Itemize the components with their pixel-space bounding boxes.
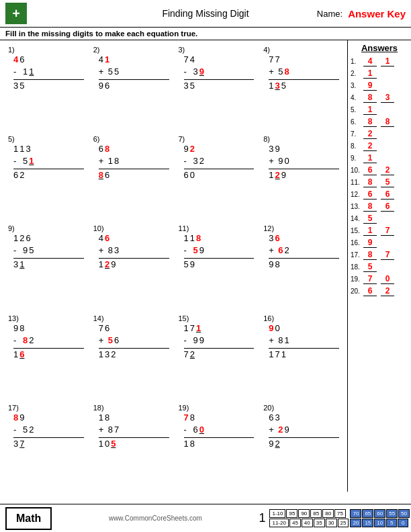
p20-bot-d1: 2: [278, 425, 283, 435]
equation-3: 7 4 - 3 9 3 5: [184, 54, 255, 93]
ans-num-11: 11.: [351, 179, 361, 186]
p5-bot-d2: 1: [29, 156, 34, 166]
score-15: 15: [362, 519, 373, 527]
p3-line: [184, 79, 255, 80]
prob-num-1: 1): [8, 46, 84, 54]
p19-top-d1: 7: [184, 412, 189, 423]
p14-res-d3: 2: [111, 349, 116, 359]
ans-val-19a: 7: [363, 274, 377, 284]
problem-19: 19) 7 8 - 6 0 1 8: [175, 401, 259, 489]
p4-top-d2: 7: [275, 54, 279, 64]
p9-line: [13, 258, 84, 259]
p3-op: -: [184, 66, 192, 77]
p3-top-d2: 4: [190, 54, 195, 64]
p18-bot-d1: 8: [108, 425, 113, 435]
score-65: 65: [362, 509, 373, 518]
p5-bot-d1: 5: [23, 156, 28, 166]
prob-num-6: 6): [93, 135, 169, 143]
answer-row-12: 12. 6 6: [351, 189, 408, 200]
answer-row-15: 15. 1 7: [351, 225, 408, 236]
p1-line: [13, 79, 84, 80]
score-30: 30: [326, 519, 337, 527]
p9-bot-d1: 9: [23, 245, 28, 255]
score-90: 90: [298, 509, 310, 518]
p19-bot-d1: 6: [193, 425, 198, 435]
ans-val-8a: 2: [363, 141, 377, 151]
p12-top-d2: 6: [275, 233, 279, 243]
p8-top-d2: 9: [275, 144, 279, 154]
ans-val-14a: 5: [363, 214, 377, 224]
problem-12: 12) 3 6 + 6 2 9 8: [259, 222, 343, 310]
prob-num-13: 13): [8, 314, 84, 322]
p10-op: +: [99, 245, 107, 255]
score-label-1-10: 1-10: [269, 509, 285, 518]
answer-row-8: 8. 2: [351, 140, 408, 151]
p12-op: +: [269, 245, 277, 255]
equation-10: 4 6 + 8 3 1 2 9: [99, 233, 169, 271]
p8-bot-d2: 0: [284, 156, 289, 166]
score-45: 45: [289, 519, 301, 527]
score-20: 20: [350, 519, 361, 527]
prob-num-12: 12): [263, 224, 339, 232]
p5-top-d1: 1: [13, 144, 18, 154]
p4-op: +: [269, 66, 277, 77]
p13-bot-d1: 8: [23, 335, 28, 345]
equation-18: 1 8 + 8 7 1 0 5: [99, 412, 169, 451]
problems-area: 1) 4 6 - 1 1 3 5 2): [0, 40, 347, 492]
p11-bot-d1: 5: [193, 245, 198, 255]
equation-20: 6 3 + 2 9 9 2: [269, 412, 339, 451]
answer-row-9: 9. 1: [351, 152, 408, 163]
p11-res-d2: 9: [190, 259, 195, 269]
p3-res-d1: 3: [184, 81, 189, 91]
ans-val-20a: 6: [363, 286, 377, 296]
p5-op: -: [13, 156, 21, 166]
math-label: Math: [16, 513, 41, 525]
p1-bot-d2: 1: [29, 66, 34, 77]
p2-top-d1: 4: [99, 54, 103, 64]
p8-res-d2: 2: [275, 170, 279, 180]
score-95: 95: [286, 509, 298, 518]
problem-15: 15) 1 7 1 - 9 9 7 2: [175, 312, 259, 400]
ans-num-18: 18.: [351, 263, 361, 271]
p12-bot-d2: 2: [284, 245, 289, 255]
ans-val-10a: 6: [363, 165, 377, 175]
answer-row-4: 4. 8 3: [351, 92, 408, 103]
p1-top-d2: 6: [19, 54, 24, 64]
p13-op: -: [13, 335, 21, 345]
ans-val-5a: 1: [363, 105, 377, 115]
p20-top-d2: 3: [275, 412, 279, 423]
p8-top-d1: 3: [269, 144, 273, 154]
p19-top-d2: 8: [190, 412, 195, 423]
ans-val-6a: 8: [363, 117, 377, 127]
p2-op: +: [99, 66, 107, 77]
p9-res-d1: 3: [13, 259, 18, 269]
p13-bot-d2: 2: [29, 335, 34, 345]
problem-18: 18) 1 8 + 8 7 1 0 5: [89, 401, 173, 489]
p1-res-d2: 5: [19, 81, 24, 91]
p17-res-d1: 3: [13, 439, 18, 449]
p19-res-d2: 8: [190, 439, 195, 449]
score-25: 25: [338, 519, 349, 527]
p19-op: -: [184, 425, 192, 435]
p15-res-d1: 7: [184, 349, 189, 359]
equation-11: 1 1 8 - 5 9 5 9: [184, 233, 255, 271]
p7-op: -: [184, 156, 192, 166]
p20-res-d2: 2: [275, 439, 279, 449]
p11-top-d1: 1: [184, 233, 189, 243]
p4-res-d3: 5: [281, 81, 286, 91]
ans-val-1a: 4: [363, 56, 377, 66]
ans-val-2a: 1: [363, 69, 377, 79]
p11-top-d2: 1: [190, 233, 195, 243]
p19-res-d1: 1: [184, 439, 189, 449]
p15-top-d1: 1: [184, 323, 189, 333]
answers-panel: Answers 1. 4 1 2. 1 3. 9 4. 8 3 5. 1 6. …: [347, 40, 411, 492]
instruction-text: Fill in the missing digits to make each …: [0, 28, 411, 40]
p1-res-d1: 3: [13, 81, 18, 91]
p4-bot-d1: 5: [278, 66, 283, 77]
score-55: 55: [386, 509, 398, 518]
p11-line: [184, 258, 255, 259]
ans-num-4: 4.: [351, 94, 361, 101]
equation-15: 1 7 1 - 9 9 7 2: [184, 323, 255, 361]
score-5: 5: [386, 519, 397, 527]
p14-top-d1: 7: [99, 323, 103, 333]
